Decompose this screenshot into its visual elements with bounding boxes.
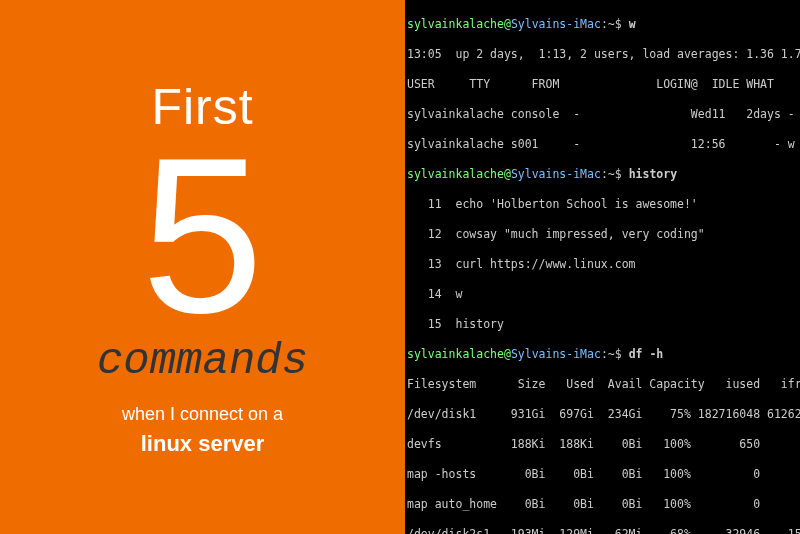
df-row: map -hosts 0Bi 0Bi 0Bi 100% 0 0 [405,467,800,482]
stage: First 5 commands when I connect on a lin… [0,0,800,534]
subtitle-line1: when I connect on a [122,404,283,425]
df-row: /dev/disk1 931Gi 697Gi 234Gi 75% 1827160… [405,407,800,422]
cmd-w: w [629,17,636,31]
history-row: 13 curl https://www.linux.com [405,257,800,272]
prompt-line: sylvainkalache@Sylvains-iMac:~$ w [405,17,800,32]
cmd-history: history [629,167,677,181]
terminal[interactable]: sylvainkalache@Sylvains-iMac:~$ w 13:05 … [405,0,800,534]
history-row: 15 history [405,317,800,332]
df-row: devfs 188Ki 188Ki 0Bi 100% 650 0 [405,437,800,452]
prompt-user: sylvainkalache@ [407,167,511,181]
prompt-host: Sylvains-iMac [511,167,601,181]
w-cols: USER TTY FROM LOGIN@ IDLE WHAT [405,77,800,92]
history-row: 12 cowsay "much impressed, very coding" [405,227,800,242]
w-row: sylvainkalache s001 - 12:56 - w [405,137,800,152]
cmd-df: df -h [629,347,664,361]
df-row: /dev/disk2s1 193Mi 129Mi 62Mi 68% 32946 … [405,527,800,534]
w-row: sylvainkalache console - Wed11 2days - [405,107,800,122]
history-row: 14 w [405,287,800,302]
prompt-line: sylvainkalache@Sylvains-iMac:~$ df -h [405,347,800,362]
word-commands: commands [97,336,308,386]
subtitle-line2: linux server [141,431,265,457]
prompt-host: Sylvains-iMac [511,17,601,31]
history-row: 11 echo 'Holberton School is awesome!' [405,197,800,212]
digit-five: 5 [141,126,263,346]
prompt-line: sylvainkalache@Sylvains-iMac:~$ history [405,167,800,182]
df-row: map auto_home 0Bi 0Bi 0Bi 100% 0 0 [405,497,800,512]
title-panel: First 5 commands when I connect on a lin… [0,0,405,534]
prompt-host: Sylvains-iMac [511,347,601,361]
prompt-user: sylvainkalache@ [407,347,511,361]
df-cols: Filesystem Size Used Avail Capacity iuse… [405,377,800,392]
w-header: 13:05 up 2 days, 1:13, 2 users, load ave… [405,47,800,62]
prompt-user: sylvainkalache@ [407,17,511,31]
